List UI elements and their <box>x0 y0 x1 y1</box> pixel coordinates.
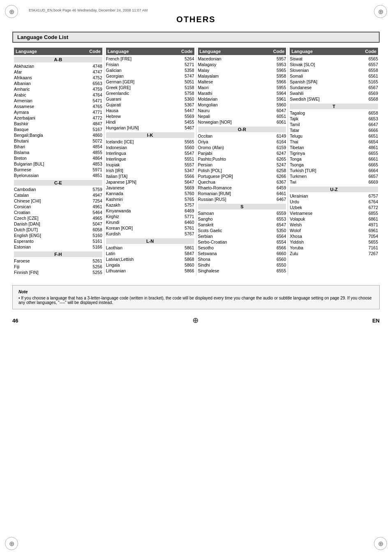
lang-code: 4965 <box>86 216 102 221</box>
lang-name: Abkhazian <box>14 64 86 69</box>
lang-code: 4947 <box>86 193 102 198</box>
table-row: Tonga6661 <box>290 156 378 162</box>
lang-code: 6861 <box>362 216 378 221</box>
lang-code: 5447 <box>178 108 194 113</box>
lang-code: 5958 <box>270 74 286 78</box>
lang-name: Romanian [RUM] <box>198 191 270 196</box>
lang-name: Latin <box>106 251 178 256</box>
col-header-2: LanguageCode <box>198 48 286 55</box>
lang-name: Interlingue <box>106 157 178 161</box>
lang-code: 5165 <box>362 79 378 84</box>
table-row: Galician5358 <box>106 67 194 73</box>
table-row: Latin5847 <box>106 251 194 256</box>
lang-code: 6547 <box>270 222 286 227</box>
lang-code: 5847 <box>178 251 194 256</box>
lang-name: Latvian;Lettish <box>106 257 178 262</box>
table-row: Korean [KOR]5761 <box>106 225 194 231</box>
lang-code: 5866 <box>178 268 194 273</box>
table-row: Sundanese6567 <box>290 85 378 90</box>
lang-name: Occitan <box>198 134 270 138</box>
lang-name: Tagalog <box>290 111 362 115</box>
table-row: Zulu7267 <box>290 251 378 256</box>
lang-name: Yoruba <box>290 245 362 250</box>
lang-name: Arabic <box>14 92 86 97</box>
lang-code: 5255 <box>86 270 102 275</box>
lang-code: 6149 <box>270 134 286 138</box>
footer-crosshair: ⊕ <box>192 316 198 325</box>
lang-code: 6568 <box>362 97 378 101</box>
lang-code: 5868 <box>178 257 194 262</box>
table-row: Dutch [DUT]6058 <box>14 227 102 233</box>
lang-name: Bihari <box>14 144 86 149</box>
table-row: Shona6560 <box>198 256 286 262</box>
table-row: English [ENG]5160 <box>14 233 102 238</box>
table-row: Occitan6149 <box>198 133 286 139</box>
lang-code: 4748 <box>86 64 102 69</box>
lang-name: Kirghiz <box>106 214 178 219</box>
table-row: Tamil6647 <box>290 122 378 127</box>
table-row: Moldavian5961 <box>198 96 286 102</box>
page-number: 46 <box>12 318 18 324</box>
lang-name: Hungarian [HUN] <box>106 125 178 130</box>
lang-code: 5767 <box>178 231 194 236</box>
table-row: Setswana6660 <box>198 251 286 256</box>
lang-code: 6554 <box>270 240 286 244</box>
lang-code: 5965 <box>270 68 286 73</box>
lang-name: Malayalam <box>198 74 270 78</box>
table-row: Tsonga6665 <box>290 162 378 168</box>
lang-code: 5861 <box>178 245 194 250</box>
table-row: Somali6561 <box>290 73 378 79</box>
lang-code: 5261 <box>86 258 102 263</box>
lang-code: 7267 <box>362 251 378 256</box>
table-row: Estonian5166 <box>14 244 102 250</box>
table-row: Interlingua5547 <box>106 150 194 156</box>
lang-code: 6467 <box>270 197 286 202</box>
col-header-1: LanguageCode <box>106 48 194 55</box>
table-row: Turkmen6657 <box>290 173 378 179</box>
lang-code: 5551 <box>178 157 194 161</box>
lang-name: Faroese <box>14 258 86 263</box>
table-row: Tatar6666 <box>290 127 378 133</box>
table-row: Afar4747 <box>14 69 102 75</box>
table-row: Sanskrit6547 <box>198 222 286 228</box>
lang-name: Tonga <box>290 157 362 161</box>
lang-code: 6657 <box>362 174 378 179</box>
table-row: Tagalog6658 <box>290 110 378 116</box>
lang-name: Breton <box>14 156 86 161</box>
table-row: Indonesian5560 <box>106 145 194 150</box>
col-header-0: LanguageCode <box>14 48 102 55</box>
lang-name: Sanskrit <box>198 222 270 227</box>
lang-name: Tatar <box>290 128 362 133</box>
lang-code: 6553 <box>270 216 286 221</box>
lang-code: 5669 <box>178 185 194 190</box>
table-row: Assamese4765 <box>14 104 102 109</box>
table-row: Kazakh5757 <box>106 202 194 208</box>
lang-name: Russian [RUS] <box>198 197 270 202</box>
table-row: Maori5955 <box>198 85 286 90</box>
lang-code: 6459 <box>270 185 286 190</box>
lang-name: Spanish [SPA] <box>290 79 362 84</box>
lang-name: Shona <box>198 257 270 262</box>
table-row: Vietnamese6855 <box>290 210 378 216</box>
lang-name: Kannada <box>106 191 178 196</box>
lang-name: Rhaeto-Romance <box>198 185 270 190</box>
table-row: Romanian [RUM]6461 <box>198 191 286 196</box>
lang-code: 5647 <box>178 180 194 184</box>
page: E5K41UD_EN.book Page 46 Wednesday, Decem… <box>0 0 392 555</box>
lang-name: Tajik <box>290 116 362 121</box>
lang-code: 5047 <box>86 221 102 226</box>
table-row: Italian [ITA]5566 <box>106 173 194 179</box>
lang-code: 5158 <box>178 85 194 90</box>
table-row: Telugu6651 <box>290 133 378 139</box>
lang-column-1: LanguageCodeFrench [FRE]5264Frisian5271G… <box>104 48 196 275</box>
lang-name: Bashkir <box>14 121 86 126</box>
lang-name: Irish [IRI] <box>106 168 178 173</box>
table-row: Bulgarian [BUL]4853 <box>14 161 102 167</box>
corner-br <box>374 537 387 550</box>
lang-code: 5971 <box>86 167 102 172</box>
corner-tr <box>374 5 387 18</box>
lang-name: Croatian <box>14 210 86 215</box>
lang-code: 6560 <box>270 257 286 262</box>
lang-name: Javanese <box>106 185 178 190</box>
lang-code: 5760 <box>178 191 194 196</box>
